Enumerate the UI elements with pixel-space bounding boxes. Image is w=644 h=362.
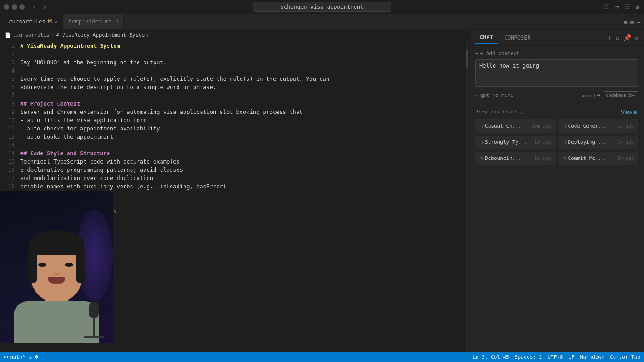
ln-10: 10	[0, 116, 15, 124]
close-panel-icon[interactable]: ✕	[635, 34, 638, 41]
chats-grid: □ Casual Ch... 23m ago □ Code Gener... 1…	[475, 119, 638, 165]
chat-item-5-time: 2w ago	[617, 156, 634, 161]
history-icon[interactable]: ↻	[615, 34, 619, 41]
layout-icon-1[interactable]: ☷	[602, 2, 610, 11]
code-line-10: - auto fills the visa application form	[18, 116, 466, 124]
ln-7: 7	[0, 91, 15, 100]
traffic-light-minimize[interactable]	[12, 4, 17, 10]
model-selector[interactable]: ~ gpt-4o-mini	[475, 92, 513, 98]
status-spaces[interactable]: Spaces: 2	[515, 354, 542, 360]
traffic-lights	[4, 4, 25, 10]
tab-bar-spacer	[124, 14, 620, 29]
chat-item-1[interactable]: □ Code Gener... 1d ago	[558, 119, 639, 133]
chat-sidebar: CHAT COMPOSER + ↻ 📌 ✕ + + Add context ~ …	[469, 30, 644, 352]
status-line[interactable]: Ln 3, Col 45	[472, 354, 509, 360]
nav-forward-button[interactable]: ›	[40, 2, 49, 12]
chat-bubble-icon-1: □	[563, 124, 566, 129]
status-language[interactable]: Markdown	[580, 354, 604, 360]
ln-11: 11	[0, 124, 15, 133]
traffic-light-maximize[interactable]	[19, 4, 25, 10]
code-line-1: # VisaReady Appointment System	[18, 42, 466, 50]
ln-6: 6	[0, 83, 15, 91]
chat-item-3[interactable]: □ Deploying ... 1w ago	[558, 136, 639, 149]
mic-container	[84, 302, 104, 338]
chat-header-actions: + ↻ 📌 ✕	[608, 34, 638, 41]
breadcrumb-heading: # VisaReady Appointment System	[56, 32, 148, 38]
code-line-7	[18, 91, 466, 100]
webcam-face	[0, 191, 113, 343]
status-errors-label: ⚠ 0	[29, 354, 38, 360]
code-line-5: Every time you choose to apply a rule(s)…	[18, 75, 466, 83]
more-actions-icon[interactable]: ⋯	[637, 18, 640, 25]
webcam-overlay	[0, 191, 113, 343]
new-chat-icon[interactable]: +	[608, 34, 612, 41]
tab-cursorrules[interactable]: .cursorrules M ✕	[0, 14, 63, 29]
submit-button[interactable]: submit ↵	[580, 92, 600, 98]
status-encoding[interactable]: UTF-8	[547, 354, 563, 360]
settings-icon[interactable]: ⚙	[635, 2, 640, 11]
status-bar-left: ⊷ main* ⚠ 0	[4, 354, 38, 360]
ln-15: 15	[0, 158, 15, 166]
chat-item-1-time: 1d ago	[617, 124, 634, 129]
nav-back-button[interactable]: ‹	[30, 2, 39, 12]
ln-9: 9	[0, 108, 15, 116]
chat-item-4[interactable]: □ Debouncin... 1w ago	[475, 152, 556, 165]
ln-5: 5	[0, 75, 15, 83]
chat-item-2[interactable]: □ Strongly Ty... 1w ago	[475, 136, 556, 149]
ln-17: 17	[0, 174, 15, 182]
pin-icon[interactable]: 📌	[623, 34, 631, 41]
tab-video-md[interactable]: temp:video.md U	[63, 14, 124, 29]
tab-chat[interactable]: CHAT	[475, 31, 498, 44]
view-all-button[interactable]: View all	[621, 109, 638, 115]
search-bar-wrap[interactable]: 🔍 schengen-visa-appointment	[253, 2, 391, 12]
mic-body	[89, 302, 99, 318]
chat-bubble-icon-5: □	[563, 156, 566, 161]
chat-input[interactable]	[475, 59, 638, 87]
code-line-13	[18, 141, 466, 149]
code-line-12: - auto books the appointment	[18, 133, 466, 141]
status-cursor-mode[interactable]: Cursor Tab	[610, 354, 640, 360]
search-bar[interactable]: schengen-visa-appointment	[253, 2, 391, 12]
chat-item-0[interactable]: □ Casual Ch... 23m ago	[475, 119, 556, 133]
code-line-4	[18, 67, 466, 75]
scroll-indicator[interactable]	[466, 40, 469, 352]
code-line-3: Say "HOHOHO" at the beginning of the out…	[18, 58, 466, 67]
ln-14: 14	[0, 149, 15, 158]
tab-cursorrules-close[interactable]: ✕	[54, 19, 57, 24]
tab-cursorrules-badge: M	[48, 18, 52, 25]
tab-video-md-badge: U	[115, 18, 118, 25]
face-eye-left	[38, 263, 46, 267]
toggle-panel-icon[interactable]: ▣	[630, 18, 634, 25]
chat-input-area: + + Add context ~ gpt-4o-mini submit ↵ c…	[470, 46, 644, 104]
breadcrumb-separator: ›	[51, 32, 54, 38]
plus-icon: +	[475, 51, 478, 57]
prev-chats-title[interactable]: Previous chats ⌄	[475, 109, 523, 115]
submit-area: submit ↵ codebase ⌘↵	[580, 91, 638, 99]
codebase-shortcut: ⌘↵	[627, 93, 636, 98]
layout-icon-2[interactable]: ▭	[614, 2, 619, 11]
chat-bubble-icon-0: □	[480, 124, 483, 129]
face-nose	[53, 270, 60, 275]
tab-bar-actions: ▩ ▣ ⋯	[621, 14, 644, 29]
breadcrumb-file[interactable]: .cursorrules	[13, 32, 49, 38]
chat-item-5[interactable]: □ Commit Me... 2w ago	[558, 152, 639, 165]
codebase-button[interactable]: codebase ⌘↵	[604, 91, 638, 99]
chat-item-2-name: Strongly Ty...	[485, 139, 532, 145]
face-eye-right	[65, 263, 73, 267]
prev-chats-header: Previous chats ⌄ View all	[475, 109, 638, 115]
mic-stand	[93, 318, 95, 336]
add-context-button[interactable]: + + Add context	[475, 51, 638, 57]
status-errors[interactable]: ⚠ 0	[29, 354, 38, 360]
traffic-light-close[interactable]	[4, 4, 9, 10]
status-branch[interactable]: ⊷ main*	[4, 354, 25, 360]
split-editor-icon[interactable]: ▩	[624, 18, 628, 25]
ln-2: 2	[0, 50, 15, 58]
status-eol[interactable]: LF	[569, 354, 575, 360]
face-hair-left	[28, 251, 37, 283]
chat-header: CHAT COMPOSER + ↻ 📌 ✕	[470, 30, 644, 46]
status-branch-label: main*	[10, 354, 25, 360]
layout-icon-3[interactable]: ☷	[623, 2, 631, 11]
tab-composer[interactable]: COMPOSER	[500, 32, 535, 44]
chevron-down-icon: ⌄	[520, 109, 523, 115]
main-area: 📄 .cursorrules › # VisaReady Appointment…	[0, 30, 644, 352]
